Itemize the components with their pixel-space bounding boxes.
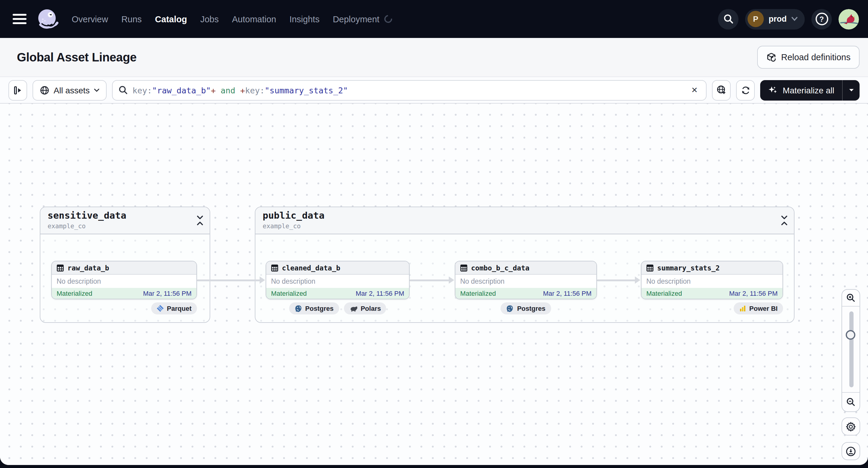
zoom-out-button[interactable] bbox=[842, 392, 860, 411]
asset-node-summary-stats-2[interactable]: summary_stats_2 No description Materiali… bbox=[641, 261, 783, 299]
group-header[interactable]: public_data example_co bbox=[255, 207, 794, 234]
globe-icon bbox=[40, 85, 50, 95]
globe-plus-icon bbox=[716, 85, 727, 95]
asset-scope-dropdown[interactable]: All assets bbox=[33, 80, 106, 100]
kind-badge-postgres[interactable]: Postgres bbox=[289, 302, 339, 314]
search-query-text: key:"raw_data_b"+ and +key:"summary_stat… bbox=[132, 85, 348, 95]
status-label: Materialized bbox=[57, 290, 92, 297]
asset-node-cleaned-data-b[interactable]: cleaned_data_b No description Materializ… bbox=[266, 261, 410, 299]
deployment-name: prod bbox=[769, 14, 787, 24]
asset-status-bar: Materialized Mar 2, 11:56 PM bbox=[642, 288, 782, 299]
edge-combo-b-c-data-to-summary-stats-2 bbox=[597, 279, 636, 281]
group-title: public_data bbox=[262, 211, 787, 222]
help-button[interactable]: ? bbox=[811, 9, 832, 29]
user-avatar[interactable] bbox=[838, 9, 859, 29]
kind-badge-parquet[interactable]: Parquet bbox=[151, 302, 197, 314]
global-search-button[interactable] bbox=[718, 9, 739, 29]
cardinal-bird-avatar-icon bbox=[838, 9, 859, 29]
zoom-slider[interactable] bbox=[842, 307, 860, 392]
kind-badge-polars[interactable]: Polars bbox=[344, 302, 386, 314]
top-nav: Overview Runs Catalog Jobs Automation In… bbox=[0, 0, 868, 38]
sparkles-icon bbox=[768, 85, 778, 95]
asset-node-raw-data-b[interactable]: raw_data_b No description Materialized M… bbox=[51, 261, 197, 299]
page-header: Global Asset Lineage Reload definitions bbox=[0, 38, 868, 76]
postgres-icon bbox=[506, 305, 514, 312]
refresh-icon bbox=[741, 85, 750, 95]
table-icon bbox=[460, 264, 467, 271]
reload-cube-icon bbox=[766, 52, 776, 62]
table-icon bbox=[271, 264, 278, 271]
asset-search-input[interactable]: key:"raw_data_b"+ and +key:"summary_stat… bbox=[112, 80, 707, 100]
nav-item-catalog[interactable]: Catalog bbox=[149, 14, 194, 24]
status-label: Materialized bbox=[646, 290, 682, 297]
clear-search-button[interactable]: ✕ bbox=[689, 84, 700, 96]
lineage-canvas[interactable]: sensitive_data example_co public_data ex… bbox=[0, 103, 868, 465]
nav-item-runs[interactable]: Runs bbox=[115, 14, 149, 24]
asset-description: No description bbox=[455, 275, 596, 288]
refresh-button[interactable] bbox=[736, 80, 755, 100]
nav-item-deployment[interactable]: Deployment bbox=[326, 14, 399, 24]
zoom-out-icon bbox=[846, 398, 855, 407]
zoom-controls bbox=[841, 289, 860, 412]
zoom-slider-handle[interactable] bbox=[845, 330, 855, 340]
materialization-timestamp: Mar 2, 11:56 PM bbox=[356, 290, 404, 297]
kind-badges-raw-data-b: Parquet bbox=[51, 302, 197, 314]
zoom-in-button[interactable] bbox=[842, 290, 860, 307]
asset-status-bar: Materialized Mar 2, 11:56 PM bbox=[52, 288, 196, 299]
status-label: Materialized bbox=[271, 290, 307, 297]
powerbi-icon bbox=[739, 305, 746, 312]
zoom-slider-track[interactable] bbox=[849, 311, 854, 387]
materialize-all-split-button: Materialize all bbox=[761, 80, 860, 100]
asset-name: summary_stats_2 bbox=[657, 263, 720, 272]
page-title: Global Asset Lineage bbox=[17, 50, 136, 64]
materialize-all-label: Materialize all bbox=[783, 85, 834, 95]
asset-node-combo-b-c-data[interactable]: combo_b_c_data No description Materializ… bbox=[455, 261, 597, 299]
chevron-down-icon bbox=[792, 17, 798, 21]
asset-description: No description bbox=[642, 275, 782, 288]
lineage-toolbar: All assets key:"raw_data_b"+ and +key:"s… bbox=[0, 76, 868, 103]
open-left-panel-button[interactable] bbox=[8, 80, 27, 100]
search-icon bbox=[723, 14, 733, 24]
deployment-switcher[interactable]: P prod bbox=[745, 9, 805, 29]
dagster-global-asset-lineage: Overview Runs Catalog Jobs Automation In… bbox=[0, 0, 868, 468]
table-icon bbox=[646, 264, 654, 271]
kind-badges-combo-b-c-data: Postgres bbox=[455, 302, 597, 314]
download-icon bbox=[846, 446, 856, 456]
materialization-timestamp: Mar 2, 11:56 PM bbox=[543, 290, 591, 297]
gear-icon bbox=[846, 421, 856, 432]
asset-name: cleaned_data_b bbox=[282, 263, 340, 272]
asset-description: No description bbox=[266, 275, 409, 288]
reload-definitions-label: Reload definitions bbox=[781, 53, 850, 62]
kind-badge-postgres[interactable]: Postgres bbox=[501, 302, 551, 314]
nav-item-jobs[interactable]: Jobs bbox=[194, 14, 225, 24]
deployment-loading-spinner-icon bbox=[382, 13, 394, 25]
edge-raw-data-b-to-cleaned-data-b bbox=[197, 279, 260, 281]
parquet-icon bbox=[157, 305, 164, 312]
collapse-group-icon[interactable] bbox=[196, 215, 204, 226]
add-to-selection-button[interactable] bbox=[712, 80, 731, 100]
reload-definitions-button[interactable]: Reload definitions bbox=[757, 46, 860, 69]
chevron-down-icon bbox=[94, 88, 99, 92]
asset-name: raw_data_b bbox=[67, 263, 109, 272]
materialization-timestamp: Mar 2, 11:56 PM bbox=[729, 290, 778, 297]
nav-item-overview[interactable]: Overview bbox=[65, 14, 115, 24]
kind-badges-summary-stats-2: Power BI bbox=[641, 302, 783, 314]
asset-status-bar: Materialized Mar 2, 11:56 PM bbox=[266, 288, 409, 299]
collapse-group-icon[interactable] bbox=[781, 215, 788, 226]
kind-badge-powerbi[interactable]: Power BI bbox=[734, 302, 783, 314]
hamburger-menu-icon[interactable] bbox=[13, 14, 27, 24]
graph-settings-button[interactable] bbox=[841, 417, 860, 435]
group-header[interactable]: sensitive_data example_co bbox=[40, 207, 210, 234]
kind-badges-cleaned-data-b: Postgres Polars bbox=[266, 302, 410, 314]
materialize-all-button[interactable]: Materialize all bbox=[761, 80, 842, 100]
dagster-logo-icon[interactable] bbox=[34, 6, 60, 32]
group-repo: example_co bbox=[48, 222, 203, 229]
download-graph-button[interactable] bbox=[841, 442, 860, 460]
postgres-icon bbox=[294, 305, 302, 312]
materialize-options-button[interactable] bbox=[843, 80, 860, 100]
nav-item-automation[interactable]: Automation bbox=[225, 14, 283, 24]
search-icon bbox=[119, 86, 128, 95]
deployment-initial-badge: P bbox=[747, 11, 764, 27]
nav-item-insights[interactable]: Insights bbox=[283, 14, 326, 24]
asset-description: No description bbox=[52, 275, 196, 288]
